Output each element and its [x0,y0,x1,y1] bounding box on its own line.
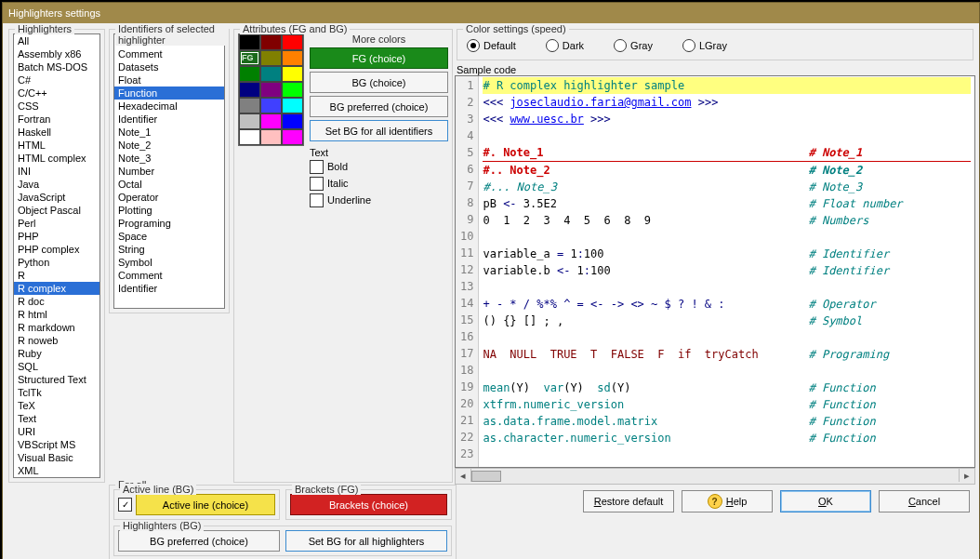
color-palette[interactable]: FG [238,33,304,146]
list-item[interactable]: Float [114,73,224,87]
color-swatch[interactable] [282,129,303,145]
list-item[interactable]: Ruby [14,347,99,360]
list-item[interactable]: HTML complex [14,152,99,165]
list-item[interactable]: TeX [14,399,99,412]
bg-choice-button[interactable]: BG (choice) [310,72,448,93]
list-item[interactable]: String [114,243,224,256]
color-swatch[interactable] [282,113,303,129]
color-swatch[interactable] [260,82,282,98]
bg-preferred-choice-button[interactable]: BG preferred (choice) [310,96,448,117]
list-item[interactable]: JavaScript [14,191,99,204]
set-bg-all-identifiers-button[interactable]: Set BG for all identifiers [310,120,448,141]
list-item[interactable]: Text [14,412,99,425]
list-item[interactable]: Perl [14,217,99,230]
scroll-right-icon[interactable]: ▸ [959,469,974,482]
list-item[interactable]: Space [114,230,224,243]
list-item[interactable]: Note_1 [114,126,224,139]
color-swatch[interactable] [282,98,303,113]
color-swatch[interactable] [239,113,260,129]
list-item[interactable]: R markdown [14,321,99,334]
list-item[interactable]: Java [14,178,99,191]
list-item[interactable]: Note_2 [114,139,224,152]
radio-gray[interactable]: Gray [614,39,653,52]
list-item[interactable]: Haskell [14,126,99,139]
fg-choice-button[interactable]: FG (choice) [310,47,448,69]
color-swatch[interactable] [239,129,260,145]
list-item[interactable]: R doc [14,295,99,308]
list-item[interactable]: URI [14,425,99,438]
list-item[interactable]: Comment [114,47,224,60]
list-item[interactable]: All [14,34,99,47]
restore-default-button[interactable]: Restore default [583,490,674,512]
list-item[interactable]: Identifier [114,282,224,295]
list-item[interactable]: HTML [14,139,99,152]
list-item[interactable]: R html [14,308,99,321]
color-swatch[interactable] [260,113,282,129]
list-item[interactable]: Octal [114,178,224,191]
color-swatch[interactable] [239,82,260,98]
hl-bg-preferred-button[interactable]: BG preferred (choice) [118,530,280,552]
color-swatch[interactable] [282,82,303,98]
color-swatch[interactable] [260,66,282,82]
color-swatch[interactable]: FG [239,50,260,66]
cancel-button[interactable]: Cancel [879,490,970,512]
list-item[interactable]: Assembly x86 [14,47,99,60]
list-item[interactable]: Operator [114,191,224,204]
list-item[interactable]: C# [14,73,99,87]
list-item[interactable]: Object Pascal [14,204,99,217]
list-item[interactable]: Datasets [114,60,224,73]
scroll-thumb[interactable] [471,471,501,482]
radio-lgray[interactable]: LGray [682,39,727,52]
color-swatch[interactable] [282,34,303,50]
help-button[interactable]: ?Help [682,490,773,512]
identifiers-list[interactable]: MarkerCommentDatasetsFloatFunctionHexade… [113,33,225,309]
ok-button[interactable]: OK [780,490,871,512]
list-item[interactable]: Comment [114,269,224,282]
list-item[interactable]: TclTk [14,386,99,399]
color-swatch[interactable] [282,66,303,82]
list-item[interactable]: Hexadecimal [114,100,224,113]
list-item[interactable]: Python [14,256,99,269]
list-item[interactable]: Symbol [114,256,224,269]
list-item[interactable]: PHP [14,230,99,243]
list-item[interactable]: CSS [14,100,99,113]
list-item[interactable]: VBScript MS [14,438,99,451]
color-swatch[interactable] [282,50,303,66]
list-item[interactable]: SQL [14,360,99,373]
color-swatch[interactable] [260,34,282,50]
scroll-left-icon[interactable]: ◂ [456,469,471,482]
active-line-choice-button[interactable]: Active line (choice) [136,494,275,515]
list-item[interactable]: Fortran [14,113,99,126]
list-item[interactable]: C/C++ [14,87,99,100]
list-item[interactable]: Number [114,165,224,178]
color-swatch[interactable] [260,50,282,66]
list-item[interactable]: PHP complex [14,243,99,256]
list-item[interactable]: R noweb [14,334,99,347]
brackets-choice-button[interactable]: Brackets (choice) [290,494,447,515]
radio-default[interactable]: Default [467,39,516,52]
list-item[interactable]: INI [14,165,99,178]
color-swatch[interactable] [239,98,260,113]
color-swatch[interactable] [260,129,282,145]
list-item[interactable]: Function [114,87,224,100]
color-swatch[interactable] [260,98,282,113]
underline-checkbox[interactable] [310,193,324,207]
horizontal-scrollbar[interactable]: ◂ ▸ [455,468,975,485]
list-item[interactable]: Batch MS-DOS [14,60,99,73]
highlighters-list[interactable]: AllAssembly x86Batch MS-DOSC#C/C++CSSFor… [13,33,100,478]
bold-checkbox[interactable] [310,160,324,174]
set-bg-all-highlighters-button[interactable]: Set BG for all highlighters [285,530,447,552]
list-item[interactable]: Plotting [114,204,224,217]
list-item[interactable]: Identifier [114,113,224,126]
list-item[interactable]: Note_3 [114,152,224,165]
color-swatch[interactable] [239,34,260,50]
radio-dark[interactable]: Dark [546,39,584,52]
color-swatch[interactable] [239,66,260,82]
sample-code[interactable]: # R complex highlighter sample<<< josecl… [479,76,974,467]
italic-checkbox[interactable] [310,177,324,191]
list-item[interactable]: Visual Basic [14,451,99,464]
list-item[interactable]: Structured Text [14,373,99,386]
list-item[interactable]: Programing [114,217,224,230]
list-item[interactable]: R complex [14,282,99,295]
list-item[interactable]: XML [14,464,99,477]
